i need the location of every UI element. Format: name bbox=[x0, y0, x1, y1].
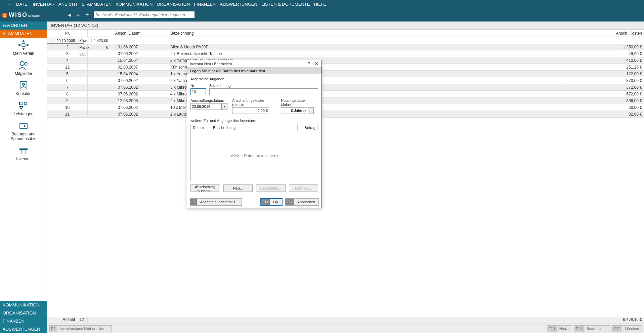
col-bezeichnung[interactable]: Bezeichnung bbox=[168, 30, 563, 37]
main-menu: ⋮⋮ DATEI INVENTAR ANSICHT STAMMDATEN KOM… bbox=[0, 0, 644, 8]
table-row[interactable]: 1107.06.20022 x Lautspreche32,00 € bbox=[47, 111, 644, 118]
menu-listen[interactable]: LISTEN & DOKUMENTE bbox=[260, 2, 311, 7]
nav-forward-icon[interactable]: ▶ bbox=[75, 12, 81, 18]
table-row[interactable]: 201.06.2007Allen & Heath PA20P1.350,00 € bbox=[47, 44, 644, 50]
col-datum[interactable]: Ansch. Datum bbox=[88, 30, 168, 37]
brand-badge-icon: 2 bbox=[2, 13, 7, 18]
menu-ansicht[interactable]: ANSICHT bbox=[57, 2, 79, 7]
left-panel: FAVORITEN STAMMDATEN Mein Verein Mitglie… bbox=[0, 22, 47, 333]
sidebar-item-verein[interactable]: Mein Verein bbox=[0, 38, 47, 58]
menu-hilfe[interactable]: HILFE bbox=[312, 2, 328, 7]
menu-stammdaten[interactable]: STAMMDATEN bbox=[80, 2, 113, 7]
loeschen-button[interactable]: Löschen... bbox=[289, 184, 318, 192]
svg-rect-13 bbox=[25, 125, 27, 127]
sidebar-item-leistungen[interactable]: Leistungen bbox=[0, 98, 47, 118]
accordion-favoriten[interactable]: FAVORITEN bbox=[0, 22, 47, 30]
date-dropdown-icon[interactable]: ▾ bbox=[221, 103, 227, 110]
table-row[interactable]: 1202.08.2007Kühlschrank Go251,26 € bbox=[47, 64, 644, 71]
table-row[interactable]: 307.06.20022 x Boxenstative inkl. Tasche… bbox=[47, 50, 644, 57]
svg-point-4 bbox=[27, 44, 29, 46]
bearbeiten-button[interactable]: Bearbeiten... bbox=[256, 184, 286, 192]
ok-button[interactable]: F11OK bbox=[260, 198, 282, 206]
summary-row: Anzahl = 12 6.478,16 € bbox=[47, 317, 644, 324]
table-row[interactable]: 912.05.20052 x Mikrofon Ste866,00 € bbox=[47, 97, 644, 104]
table-row[interactable]: 1007.06.200210 x Mikrofonkab60,00 € bbox=[47, 104, 644, 111]
nav-back-icon[interactable]: ◀ bbox=[67, 12, 73, 18]
date-input[interactable] bbox=[190, 103, 221, 110]
table-row[interactable]: 707.06.20023 x Mikrofone SM372,00 € bbox=[47, 84, 644, 91]
subcol-datum[interactable]: Datum bbox=[191, 124, 211, 131]
col-nr[interactable]: Nr. bbox=[47, 30, 88, 37]
svg-rect-12 bbox=[20, 123, 27, 129]
inventory-grid: Nr. Ansch. Datum Bezeichnung Ansch. Kost… bbox=[47, 30, 644, 317]
dialog-subtitle: Legen Sie hier die Daten des Inventars f… bbox=[187, 68, 321, 74]
table-row[interactable]: 415.04.20042 x Yamaha MS-202 Aktiv Monit… bbox=[47, 57, 644, 64]
close-icon[interactable]: ✕ bbox=[313, 61, 320, 66]
sidebar-item-mitglieder[interactable]: Mitglieder bbox=[0, 58, 47, 78]
menu-kommunikation[interactable]: KOMMUNIKATION bbox=[114, 2, 154, 7]
menu-inventar[interactable]: INVENTAR bbox=[31, 2, 56, 7]
sidebar-item-beitrag[interactable]: Beitrags- und Spendensätze bbox=[0, 118, 47, 143]
svg-rect-14 bbox=[20, 148, 27, 150]
svg-point-8 bbox=[23, 83, 25, 85]
table-row[interactable]: 607.06.20022 x Yamaha MS870,00 € bbox=[47, 77, 644, 84]
sidebar-item-kontakte[interactable]: Kontakte bbox=[0, 78, 47, 98]
menu-finanzen[interactable]: FINANZEN bbox=[192, 2, 217, 7]
table-row[interactable]: 515.04.20041 x Yamaha MS-122,00 € bbox=[47, 71, 644, 77]
accordion-organisation[interactable]: ORGANISATION bbox=[0, 309, 47, 317]
toolbar: 2 WISO software ◀ ▶ + bbox=[0, 8, 644, 22]
svg-point-6 bbox=[25, 63, 27, 65]
sidebar-item-inventar[interactable]: Inventar bbox=[0, 143, 47, 163]
nav-add-icon[interactable]: + bbox=[84, 11, 90, 19]
contacts-icon bbox=[17, 80, 30, 91]
menu-datei[interactable]: DATEI bbox=[15, 2, 30, 7]
abschaffung-button[interactable]: Abschaffung buchen... bbox=[190, 184, 220, 192]
svg-rect-9 bbox=[19, 102, 22, 105]
abbrechen-button[interactable]: F12Abbrechen bbox=[285, 198, 319, 206]
help-icon[interactable]: ? bbox=[305, 61, 313, 66]
col-kosten[interactable]: Ansch. Kosten bbox=[563, 30, 644, 37]
subcol-betrag[interactable]: Betrag bbox=[298, 124, 318, 131]
movements-grid: Datum Beschreibung Betrag <Keine Daten a… bbox=[190, 124, 318, 181]
bottom-toolbar: F4Inventarstammblatt drucken... F10Neu..… bbox=[47, 324, 644, 333]
brand-logo: 2 WISO software bbox=[2, 11, 40, 18]
new-button[interactable]: F10Neu... bbox=[547, 325, 572, 332]
print-button[interactable]: F4Inventarstammblatt drucken... bbox=[49, 325, 112, 332]
accordion-finanzen[interactable]: FINANZEN bbox=[0, 317, 47, 325]
svg-point-5 bbox=[20, 61, 24, 66]
wallet-icon bbox=[17, 120, 30, 131]
svg-point-0 bbox=[22, 43, 25, 47]
neu-button[interactable]: Neu... bbox=[223, 184, 253, 192]
accordion-auswertungen[interactable]: AUSWERTUNGEN bbox=[0, 325, 47, 333]
section-heading: Allgemeine Angaben bbox=[190, 77, 318, 81]
menu-auswertungen[interactable]: AUSWERTUNGEN bbox=[218, 2, 259, 7]
nr-input[interactable] bbox=[190, 88, 206, 95]
grid-header: Nr. Ansch. Datum Bezeichnung Ansch. Kost… bbox=[47, 30, 644, 37]
delete-button[interactable]: F12Löschen bbox=[612, 325, 642, 332]
svg-point-2 bbox=[23, 48, 25, 50]
kosten-input[interactable] bbox=[232, 107, 269, 114]
shapes-icon bbox=[17, 100, 30, 111]
nutzungsdauer-picker-icon[interactable]: … bbox=[308, 107, 314, 114]
abschreibungsdetails-button[interactable]: F2Abschreibungsdetails... bbox=[190, 198, 242, 206]
table-row[interactable]: 120.10.2005Kawai Piano ES31.423,00 € bbox=[47, 37, 84, 44]
inventory-edit-dialog: Inventar Neu / Bearbeiten ? ✕ Legen Sie … bbox=[187, 60, 322, 208]
edit-button[interactable]: F11Bearbeiten... bbox=[574, 325, 610, 332]
svg-point-10 bbox=[24, 102, 27, 105]
subcol-beschreibung[interactable]: Beschreibung bbox=[211, 124, 298, 131]
accordion-kommunikation[interactable]: KOMMUNIKATION bbox=[0, 301, 47, 309]
table-icon bbox=[17, 145, 30, 156]
svg-point-3 bbox=[18, 44, 20, 46]
nutzungsdauer-input[interactable] bbox=[281, 107, 307, 114]
members-icon bbox=[17, 60, 30, 71]
table-row[interactable]: 807.06.20024 x Mikrofone AK672,00 € bbox=[47, 91, 644, 97]
dialog-titlebar: Inventar Neu / Bearbeiten ? ✕ bbox=[187, 60, 321, 68]
content-panel: INVENTAR (12 VON 12) Nr. Ansch. Datum Be… bbox=[47, 22, 644, 333]
group-icon bbox=[17, 40, 30, 50]
bezeichnung-input[interactable] bbox=[209, 88, 318, 95]
list-title: INVENTAR (12 VON 12) bbox=[47, 22, 644, 30]
menu-organisation[interactable]: ORGANISATION bbox=[156, 2, 191, 7]
accordion-stammdaten[interactable]: STAMMDATEN bbox=[0, 30, 47, 38]
search-input[interactable] bbox=[94, 11, 195, 18]
svg-marker-11 bbox=[19, 107, 23, 109]
